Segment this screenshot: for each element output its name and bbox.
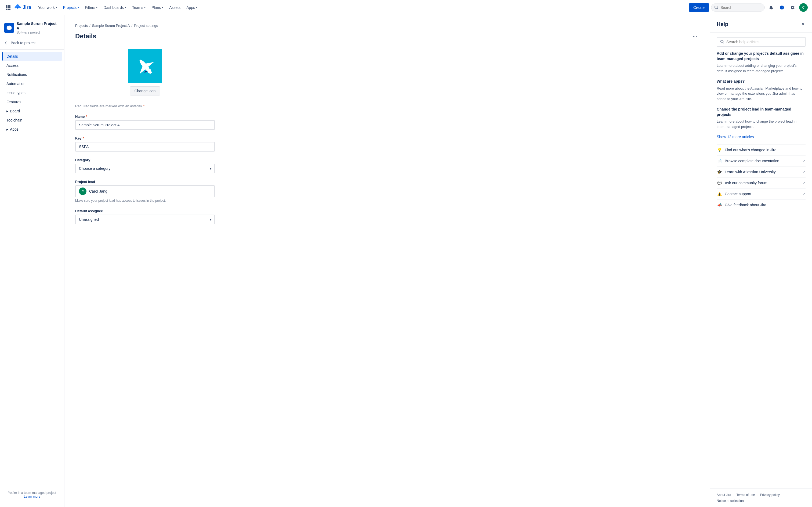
create-button[interactable]: Create: [689, 3, 709, 12]
chevron-down-icon: ▾: [78, 6, 79, 9]
key-required-star: *: [83, 136, 84, 140]
help-button[interactable]: ?: [778, 3, 786, 12]
page-header: Details ···: [75, 32, 699, 40]
bulb-icon: 💡: [717, 147, 722, 153]
help-search-bar[interactable]: [717, 37, 806, 47]
sidebar-project: Sample Scrum Project A Software project: [0, 19, 64, 39]
svg-rect-0: [6, 5, 7, 7]
nav-teams[interactable]: Teams ▾: [130, 4, 148, 11]
project-icon-container: Change icon: [75, 49, 215, 96]
nav-dashboards[interactable]: Dashboards ▾: [101, 4, 129, 11]
graduation-icon: 🎓: [717, 169, 722, 175]
nav-your-work[interactable]: Your work ▾: [36, 4, 60, 11]
back-icon: [4, 41, 9, 45]
sidebar-item-access[interactable]: Access: [2, 61, 62, 70]
svg-rect-5: [9, 7, 10, 8]
name-input[interactable]: [75, 120, 215, 130]
jira-logo[interactable]: Jira: [14, 4, 31, 11]
required-star: *: [143, 104, 145, 108]
help-article-body-3: Learn more about how to change the proje…: [717, 119, 806, 129]
breadcrumb-project[interactable]: Sample Scrum Project A: [92, 23, 130, 27]
sidebar-item-toolchain[interactable]: Toolchain: [2, 116, 62, 124]
nav-apps[interactable]: Apps ▾: [184, 4, 200, 11]
key-input[interactable]: [75, 142, 215, 152]
chevron-down-icon: ▾: [162, 6, 163, 9]
category-label: Category: [75, 158, 215, 162]
app-layout: Sample Scrum Project A Software project …: [0, 15, 812, 507]
sidebar-item-issue-types[interactable]: Issue types: [2, 89, 62, 97]
show-more-articles-link[interactable]: Show 12 more articles: [717, 135, 806, 139]
name-label: Name *: [75, 115, 215, 119]
help-link-feedback[interactable]: 📣 Give feedback about Jira: [717, 199, 806, 210]
svg-rect-4: [7, 7, 9, 8]
sidebar-item-details[interactable]: Details: [2, 52, 62, 61]
user-avatar[interactable]: C: [799, 3, 808, 12]
help-link-university[interactable]: 🎓 Learn with Atlassian University ↗: [717, 166, 806, 177]
name-field-group: Name *: [75, 115, 215, 130]
expand-icon: ▸: [6, 127, 8, 131]
sidebar-item-features[interactable]: Features: [2, 98, 62, 106]
default-assignee-select[interactable]: Unassigned Project lead: [75, 215, 215, 224]
project-lead-label: Project lead: [75, 180, 215, 184]
nav-plans[interactable]: Plans ▾: [149, 4, 166, 11]
help-link-docs[interactable]: 📄 Browse complete documentation ↗: [717, 155, 806, 166]
sidebar-item-board[interactable]: ▸ Board: [2, 107, 62, 115]
name-required-star: *: [86, 115, 87, 119]
breadcrumb-current: Project settings: [134, 23, 158, 27]
svg-rect-6: [6, 9, 7, 10]
sidebar-learn-more-link[interactable]: Learn more: [24, 495, 40, 498]
chevron-down-icon: ▾: [56, 6, 57, 9]
footer-notice[interactable]: Notice at collection: [717, 499, 744, 503]
help-search-icon: [720, 40, 724, 44]
project-lead-avatar: C: [79, 187, 87, 195]
back-to-project[interactable]: Back to project: [0, 39, 64, 47]
nav-filters[interactable]: Filters ▾: [82, 4, 100, 11]
help-search-input[interactable]: [726, 40, 802, 44]
expand-icon: ▸: [6, 109, 8, 113]
help-title: Help: [717, 21, 728, 27]
help-link-support[interactable]: ⚠️ Contact support ↗: [717, 188, 806, 199]
main-content: Projects / Sample Scrum Project A / Proj…: [64, 15, 710, 507]
help-article-title-3[interactable]: Change the project lead in team-managed …: [717, 107, 806, 117]
search-bar[interactable]: [711, 3, 765, 11]
help-article-1: Add or change your project's default ass…: [717, 51, 806, 73]
help-close-button[interactable]: ×: [801, 20, 806, 28]
project-lead-input[interactable]: C Carol Jang: [75, 185, 215, 197]
help-header: Help ×: [710, 15, 812, 33]
help-article-title-2[interactable]: What are apps?: [717, 79, 806, 84]
project-icon-image: [128, 49, 162, 83]
notifications-button[interactable]: [767, 3, 775, 12]
project-icon: [4, 23, 14, 33]
page-title: Details: [75, 33, 96, 40]
chevron-down-icon: ▾: [144, 6, 146, 9]
more-options-button[interactable]: ···: [690, 32, 699, 40]
help-article-title-1[interactable]: Add or change your project's default ass…: [717, 51, 806, 61]
external-link-icon: ↗: [803, 159, 806, 163]
sidebar-footer: You're in a team-managed project Learn m…: [0, 487, 64, 503]
search-input[interactable]: [720, 5, 758, 10]
default-assignee-label: Default assignee: [75, 209, 215, 213]
help-link-whats-changed[interactable]: 💡 Find out what's changed in Jira: [717, 144, 806, 155]
change-icon-button[interactable]: Change icon: [130, 87, 160, 96]
required-note: Required fields are marked with an aster…: [75, 104, 215, 108]
sidebar-item-automation[interactable]: Automation: [2, 79, 62, 88]
docs-icon: 📄: [717, 158, 722, 164]
nav-assets[interactable]: Assets: [166, 4, 183, 11]
project-lead-field-group: Project lead C Carol Jang Make sure your…: [75, 180, 215, 203]
nav-projects[interactable]: Projects ▾: [60, 4, 82, 11]
default-assignee-field-group: Default assignee Unassigned Project lead…: [75, 209, 215, 224]
form-area: Change icon Required fields are marked w…: [75, 49, 215, 224]
help-article-body-2: Read more about the Atlassian Marketplac…: [717, 86, 806, 102]
footer-terms[interactable]: Terms of use: [736, 493, 755, 497]
footer-about-jira[interactable]: About Jira: [717, 493, 731, 497]
sidebar-item-apps[interactable]: ▸ Apps: [2, 125, 62, 133]
chevron-down-icon: ▾: [196, 6, 197, 9]
footer-privacy[interactable]: Privacy policy: [760, 493, 779, 497]
breadcrumb-projects[interactable]: Projects: [75, 23, 88, 27]
svg-text:?: ?: [781, 6, 783, 9]
grid-icon[interactable]: [4, 4, 12, 11]
settings-button[interactable]: [789, 3, 797, 12]
category-select[interactable]: Choose a category: [75, 164, 215, 173]
help-link-community[interactable]: 💬 Ask our community forum ↗: [717, 177, 806, 188]
sidebar-item-notifications[interactable]: Notifications: [2, 70, 62, 79]
